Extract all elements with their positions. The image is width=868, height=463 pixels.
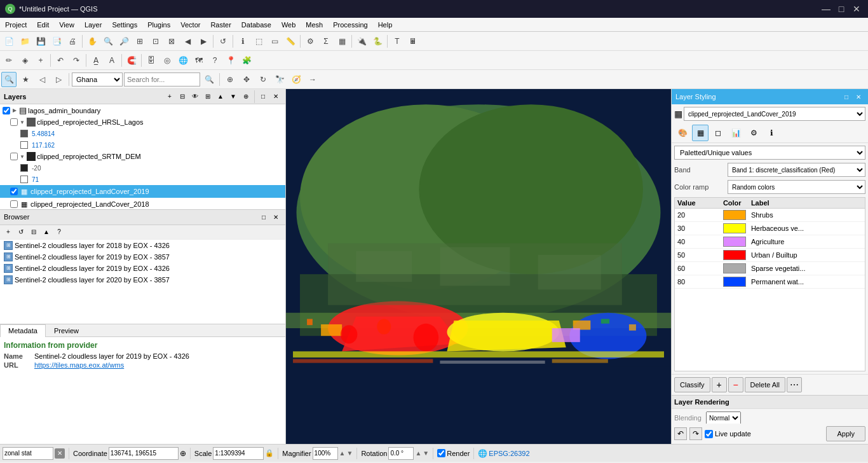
live-update-checkbox[interactable] bbox=[705, 430, 713, 438]
save-as-btn[interactable]: 📑 bbox=[49, 34, 64, 49]
plugins-btn[interactable]: 🔌 bbox=[354, 34, 369, 49]
db-btn[interactable]: 🗄 bbox=[144, 53, 159, 68]
undo-style-btn[interactable]: ↶ bbox=[674, 427, 687, 440]
print-btn[interactable]: 🖨 bbox=[65, 34, 80, 49]
select-rect-btn[interactable]: ▭ bbox=[267, 34, 282, 49]
zoom-next-btn[interactable]: ▶ bbox=[196, 34, 211, 49]
browser-filter-btn[interactable]: ⊟ bbox=[28, 226, 39, 238]
menu-view[interactable]: View bbox=[54, 18, 79, 32]
layer-name-select[interactable]: clipped_reprojected_LandCover_2019 bbox=[684, 107, 865, 121]
delete-all-button[interactable]: Delete All bbox=[745, 377, 785, 392]
cell-color-20[interactable] bbox=[721, 209, 749, 222]
node-btn[interactable]: ◈ bbox=[17, 53, 32, 68]
classify-button[interactable]: Classify bbox=[674, 377, 710, 392]
browser-collapse-btn[interactable]: ▲ bbox=[41, 226, 52, 238]
expand-srtm[interactable]: ▼ bbox=[19, 153, 25, 160]
browser-item-4[interactable]: ⊞ Sentinel-2 cloudless layer for 2020 by… bbox=[0, 274, 285, 286]
browser-item-2[interactable]: ⊞ Sentinel-2 cloudless layer for 2019 by… bbox=[0, 251, 285, 263]
render-checkbox[interactable] bbox=[437, 449, 445, 457]
pan-btn[interactable]: ✋ bbox=[85, 34, 100, 49]
geolocate-btn[interactable]: 🔍 bbox=[1, 72, 17, 87]
select-loc-btn[interactable]: ⊕ bbox=[222, 72, 238, 87]
render-type-select[interactable]: Paletted/Unique values bbox=[674, 146, 865, 160]
browser-help-btn[interactable]: ? bbox=[53, 226, 65, 238]
style-tab-metadata[interactable]: ℹ bbox=[763, 125, 780, 141]
styling-detach-btn[interactable]: ✕ bbox=[853, 91, 864, 102]
style-tab-raster[interactable]: ▦ bbox=[692, 125, 709, 141]
layers-eye-btn[interactable]: 👁 bbox=[189, 91, 201, 102]
field-calc-btn[interactable]: 🖩 bbox=[405, 34, 421, 49]
table-row[interactable]: 20 Shrubs bbox=[675, 209, 865, 222]
prev-ext-btn[interactable]: ◁ bbox=[34, 72, 50, 87]
styling-close-btn[interactable]: □ bbox=[841, 91, 852, 102]
menu-help[interactable]: Help bbox=[373, 18, 398, 32]
layer-item-srtm[interactable]: ▼ clipped_reprojected_SRTM_DEM bbox=[0, 151, 285, 162]
zoom-loc-btn[interactable]: 🔭 bbox=[272, 72, 287, 87]
raster-calc-btn[interactable]: ▦ bbox=[334, 34, 349, 49]
next-ext-btn[interactable]: ▷ bbox=[51, 72, 66, 87]
layers-down-btn[interactable]: ▼ bbox=[227, 91, 239, 102]
zoom-in-btn[interactable]: 🔍 bbox=[100, 34, 116, 49]
settings-btn[interactable]: ⚙ bbox=[302, 34, 318, 49]
zoom-layer-btn[interactable]: ⊡ bbox=[148, 34, 163, 49]
menu-processing[interactable]: Processing bbox=[328, 18, 372, 32]
layer-item-lagos-admin[interactable]: ▶ ▤ lagos_admin_boundary bbox=[0, 104, 285, 116]
redo-style-btn[interactable]: ↷ bbox=[689, 427, 702, 440]
menu-edit[interactable]: Edit bbox=[32, 18, 54, 32]
menu-raster[interactable]: Raster bbox=[205, 18, 236, 32]
zoom-select-btn[interactable]: ⊠ bbox=[164, 34, 179, 49]
measure-btn[interactable]: 📏 bbox=[283, 34, 298, 49]
layers-filter2-btn[interactable]: ⊞ bbox=[202, 91, 214, 102]
layer-item-hrsl[interactable]: ▼ clipped_reprojected_HRSL_Lagos bbox=[0, 116, 285, 128]
expand-hrsl[interactable]: ▼ bbox=[19, 119, 25, 125]
layer-check-lc2018[interactable] bbox=[10, 200, 18, 208]
label2-btn[interactable]: A̲ bbox=[88, 53, 104, 68]
rotation-down[interactable]: ▼ bbox=[423, 450, 429, 457]
zoom-out-btn[interactable]: 🔎 bbox=[116, 34, 132, 49]
bookmark-btn[interactable]: ★ bbox=[18, 72, 33, 87]
table-row[interactable]: 30 Herbaceous ve... bbox=[675, 222, 865, 235]
rotate-btn[interactable]: ↻ bbox=[255, 72, 271, 87]
layers-expand-btn[interactable]: ⊕ bbox=[240, 91, 252, 102]
browser-refresh-btn[interactable]: ↺ bbox=[15, 226, 27, 238]
browser-detach-btn[interactable]: ✕ bbox=[270, 211, 281, 223]
search-input[interactable] bbox=[124, 73, 200, 86]
search-btn[interactable]: 🔍 bbox=[201, 72, 217, 87]
info-url-value[interactable]: https://tiles.maps.eox.at/wms bbox=[34, 361, 124, 369]
rotation-up[interactable]: ▲ bbox=[415, 450, 421, 457]
browser-close-btn[interactable]: □ bbox=[258, 211, 269, 223]
menu-vector[interactable]: Vector bbox=[175, 18, 205, 32]
epsg-value[interactable]: EPSG:26392 bbox=[489, 450, 529, 457]
style-tab-paint[interactable]: 🎨 bbox=[674, 125, 691, 141]
cell-color-50[interactable] bbox=[721, 249, 749, 262]
minimize-button[interactable]: — bbox=[820, 3, 832, 15]
magnifier-up[interactable]: ▲ bbox=[339, 450, 346, 457]
browser-item-3[interactable]: ⊞ Sentinel-2 cloudless layer for 2019 by… bbox=[0, 263, 285, 274]
add-feature-btn[interactable]: + bbox=[33, 53, 48, 68]
magnifier-input[interactable] bbox=[313, 447, 338, 460]
open-project-btn[interactable]: 📁 bbox=[17, 34, 32, 49]
magnifier-down[interactable]: ▼ bbox=[347, 450, 353, 457]
expand-lagos[interactable]: ▶ bbox=[11, 107, 18, 114]
browser-add-btn[interactable]: + bbox=[3, 226, 14, 238]
remove-class-btn[interactable]: − bbox=[728, 377, 743, 392]
band-select[interactable]: Band 1: discrete_classification (Red) bbox=[728, 163, 865, 177]
browser-item-1[interactable]: ⊞ Sentinel-2 cloudless layer for 2018 by… bbox=[0, 240, 285, 251]
plugin2-btn[interactable]: 🧩 bbox=[239, 53, 254, 68]
menu-database[interactable]: Database bbox=[236, 18, 276, 32]
table-row[interactable]: 50 Urban / Builtup bbox=[675, 249, 865, 262]
apply-button[interactable]: Apply bbox=[826, 426, 865, 441]
pan-loc-btn[interactable]: ✥ bbox=[239, 72, 254, 87]
compass-btn[interactable]: 🧭 bbox=[288, 72, 304, 87]
status-search-clear[interactable]: ✕ bbox=[55, 448, 65, 459]
menu-mesh[interactable]: Mesh bbox=[301, 18, 328, 32]
cell-color-60[interactable] bbox=[721, 262, 749, 275]
layer-check-hrsl[interactable] bbox=[10, 118, 18, 126]
style-tab-histogram[interactable]: 📊 bbox=[728, 125, 744, 141]
map-area[interactable] bbox=[286, 89, 671, 444]
globe-btn[interactable]: 🌐 bbox=[175, 53, 191, 68]
menu-plugins[interactable]: Plugins bbox=[142, 18, 175, 32]
identify-btn[interactable]: ℹ bbox=[235, 34, 250, 49]
style-tab-rendering[interactable]: ⚙ bbox=[745, 125, 762, 141]
tab-metadata[interactable]: Metadata bbox=[0, 324, 46, 337]
